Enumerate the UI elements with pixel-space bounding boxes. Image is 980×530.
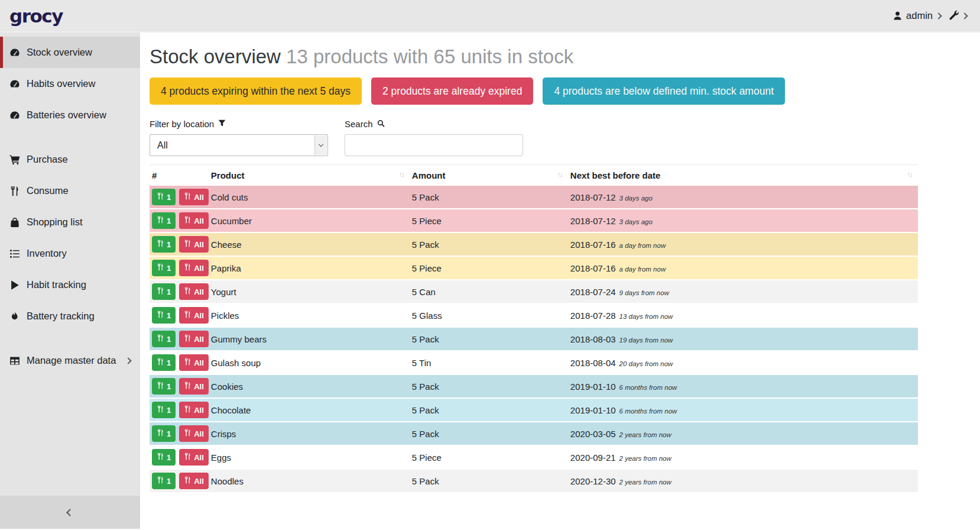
consume-all-button[interactable]: All [179,425,209,442]
amount-cell: 5 Piece [410,445,568,469]
consume-one-button-label: 1 [167,335,171,344]
best-before-relative: 20 days from now [619,360,673,367]
best-before-cell: 2020-03-052 years from now [568,422,918,445]
utensils-icon [157,476,164,486]
utensils-icon [9,186,21,196]
consume-one-button[interactable]: 1 [152,307,176,324]
sidebar-item-label: Habits overview [27,78,131,89]
location-filter-select[interactable]: All [150,134,328,156]
sidebar-item-habit-tracking[interactable]: Habit tracking [0,269,140,300]
consume-all-button-label: All [194,193,204,202]
sort-icon[interactable]: ↑↓ [557,170,562,179]
consume-one-button[interactable]: 1 [152,331,176,347]
best-before-cell: 2018-07-123 days ago [568,186,918,209]
consume-all-button[interactable]: All [179,189,209,205]
consume-all-button-label: All [194,287,204,296]
consume-one-button-label: 1 [167,216,171,225]
sidebar-item-purchase[interactable]: Purchase [0,144,140,175]
consume-one-button[interactable]: 1 [152,402,176,418]
table-icon [9,356,21,366]
consume-all-button[interactable]: All [179,354,209,371]
best-before-relative: 6 months from now [619,384,677,391]
utensils-icon [157,263,164,273]
sort-icon[interactable]: ↑↓ [398,170,404,179]
alert-chip[interactable]: 4 products expiring within the next 5 da… [150,77,362,105]
column-header-best-before[interactable]: Next best before date↑↓ [568,165,918,186]
consume-all-button[interactable]: All [179,307,209,324]
consume-all-button[interactable]: All [179,331,209,347]
sidebar-item-battery-tracking[interactable]: Battery tracking [0,300,140,332]
best-before-cell: 2018-07-2813 days from now [568,303,918,327]
consume-one-button[interactable]: 1 [152,189,176,205]
alert-chip[interactable]: 4 products are below defined min. stock … [543,77,785,105]
sidebar-collapse-button[interactable] [0,496,140,529]
consume-one-button[interactable]: 1 [152,260,176,276]
best-before-date: 2020-12-30 [570,476,616,486]
table-row-cold-cuts: 1AllCold cuts5 Pack2018-07-123 days ago [150,186,918,209]
product-cell: Cucumber [209,209,410,232]
table-row-noodles: 1AllNoodles5 Pack2020-12-302 years from … [150,469,918,493]
column-header-index[interactable]: # [150,165,209,186]
consume-buttons-cell: 1All [150,256,209,280]
column-header-amount[interactable]: Amount↑↓ [410,165,568,186]
consume-buttons-cell: 1All [150,327,209,351]
sidebar-item-batteries-overview[interactable]: Batteries overview [0,99,140,131]
sidebar-item-manage-master-data[interactable]: Manage master data [0,345,140,376]
utensils-icon [184,263,192,273]
consume-buttons-cell: 1All [150,374,209,398]
consume-all-button[interactable]: All [179,449,209,466]
consume-all-button-label: All [194,477,204,486]
table-row-cookies: 1AllCookies5 Pack2019-01-106 months from… [150,374,918,398]
best-before-cell: 2019-01-106 months from now [568,398,918,422]
sidebar-item-habits-overview[interactable]: Habits overview [0,68,140,99]
consume-all-button[interactable]: All [179,473,209,489]
best-before-relative: 13 days from now [619,313,673,320]
best-before-date: 2018-08-04 [570,358,616,368]
settings-menu[interactable] [949,11,967,21]
consume-all-button[interactable]: All [179,402,209,418]
consume-all-button-label: All [194,429,204,438]
sidebar-item-inventory[interactable]: Inventory [0,238,140,269]
sort-icon[interactable]: ↑↓ [907,170,913,179]
column-header-product[interactable]: Product↑↓ [209,165,410,186]
utensils-icon [184,334,192,344]
amount-cell: 5 Pack [410,422,568,445]
consume-all-button[interactable]: All [179,236,209,253]
consume-one-button-label: 1 [167,358,171,367]
best-before-date: 2020-03-05 [570,429,616,439]
consume-one-button[interactable]: 1 [152,283,176,300]
consume-one-button[interactable]: 1 [152,236,176,253]
consume-all-button[interactable]: All [179,283,209,300]
search-input[interactable] [345,134,523,156]
consume-all-button[interactable]: All [179,212,209,229]
consume-one-button[interactable]: 1 [152,449,176,466]
amount-cell: 5 Can [410,280,568,303]
alert-chip[interactable]: 2 products are already expired [371,77,533,105]
sidebar-item-shopping-list[interactable]: Shopping list [0,206,140,238]
sidebar: Stock overviewHabits overviewBatteries o… [0,33,140,529]
utensils-icon [184,287,192,296]
sidebar-item-stock-overview[interactable]: Stock overview [0,37,140,68]
consume-one-button[interactable]: 1 [152,212,176,229]
wrench-icon [949,11,959,21]
consume-one-button-label: 1 [167,453,171,462]
product-cell: Yogurt [209,280,410,303]
table-row-yogurt: 1AllYogurt5 Can2018-07-249 days from now [150,280,918,303]
user-menu[interactable]: admin [893,10,941,21]
consume-one-button[interactable]: 1 [152,354,176,371]
consume-all-button-label: All [194,311,204,320]
consume-one-button[interactable]: 1 [152,473,176,489]
product-cell: Cookies [209,374,410,398]
consume-one-button[interactable]: 1 [152,378,176,395]
consume-all-button[interactable]: All [179,260,209,276]
consume-all-button[interactable]: All [179,378,209,395]
sidebar-item-consume[interactable]: Consume [0,175,140,206]
best-before-date: 2019-01-10 [570,405,616,415]
best-before-cell: 2018-07-16a day from now [568,256,918,280]
product-cell: Gulash soup [209,351,410,374]
consume-one-button[interactable]: 1 [152,425,176,442]
best-before-cell: 2020-09-212 years from now [568,445,918,469]
utensils-icon [157,311,164,320]
cart-icon [9,154,21,165]
product-cell: Pickles [209,303,410,327]
